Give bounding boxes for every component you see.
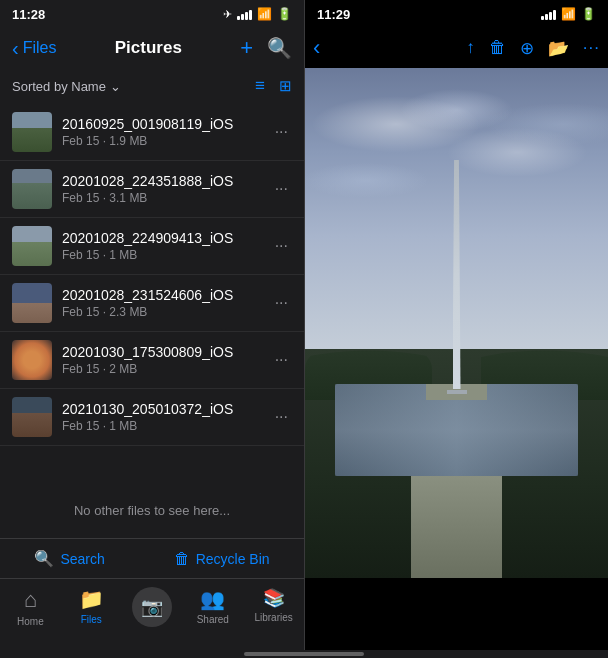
back-button[interactable]: ‹ Files bbox=[12, 37, 56, 60]
files-icon: 📁 bbox=[79, 587, 104, 611]
delete-button[interactable]: 🗑 bbox=[489, 38, 506, 58]
right-wifi-icon: 📶 bbox=[561, 7, 576, 21]
search-action-label: Search bbox=[60, 551, 104, 567]
bottom-actions: 🔍 Search 🗑 Recycle Bin bbox=[0, 538, 304, 578]
file-item[interactable]: 20210130_205010372_iOSFeb 15 · 1 MB··· bbox=[0, 389, 304, 446]
more-button[interactable]: ··· bbox=[583, 38, 600, 58]
file-name: 20201030_175300809_iOS bbox=[62, 344, 271, 360]
tab-camera[interactable]: 📷 bbox=[122, 587, 183, 627]
tab-libraries[interactable]: 📚 Libraries bbox=[243, 587, 304, 623]
camera-icon: 📷 bbox=[132, 587, 172, 627]
recycle-bin-button[interactable]: 🗑 Recycle Bin bbox=[174, 549, 270, 568]
file-name: 20210130_205010372_iOS bbox=[62, 401, 271, 417]
file-item[interactable]: 20201028_224909413_iOSFeb 15 · 1 MB··· bbox=[0, 218, 304, 275]
file-meta: Feb 15 · 1 MB bbox=[62, 419, 271, 433]
search-action-button[interactable]: 🔍 Search bbox=[34, 549, 104, 568]
file-meta: Feb 15 · 3.1 MB bbox=[62, 191, 271, 205]
file-meta: Feb 15 · 2.3 MB bbox=[62, 305, 271, 319]
right-time: 11:29 bbox=[317, 7, 350, 22]
right-battery-icon: 🔋 bbox=[581, 7, 596, 21]
add-button[interactable]: + bbox=[240, 35, 253, 61]
recycle-label: Recycle Bin bbox=[196, 551, 270, 567]
tab-shared-label: Shared bbox=[197, 614, 229, 625]
file-name: 20201028_231524606_iOS bbox=[62, 287, 271, 303]
right-status-icons: 📶 🔋 bbox=[541, 7, 596, 21]
back-label: Files bbox=[23, 39, 57, 57]
file-thumbnail bbox=[12, 397, 52, 437]
file-more-button[interactable]: ··· bbox=[271, 347, 292, 373]
back-right-button[interactable]: ‹ bbox=[313, 35, 320, 61]
file-thumbnail bbox=[12, 112, 52, 152]
shared-icon: 👥 bbox=[200, 587, 225, 611]
list-view-button[interactable]: ≡ bbox=[255, 76, 265, 96]
left-time: 11:28 bbox=[12, 7, 45, 22]
libraries-icon: 📚 bbox=[263, 587, 285, 609]
file-name: 20160925_001908119_iOS bbox=[62, 116, 271, 132]
search-button[interactable]: 🔍 bbox=[267, 36, 292, 60]
home-bar bbox=[244, 652, 364, 656]
search-action-icon: 🔍 bbox=[34, 549, 54, 568]
status-bar-left: 11:28 ✈ 📶 🔋 bbox=[0, 0, 304, 28]
view-toggle: ≡ ⊞ bbox=[255, 76, 292, 96]
nav-actions: + 🔍 bbox=[240, 35, 292, 61]
back-chevron-icon: ‹ bbox=[12, 37, 19, 60]
tab-home-label: Home bbox=[17, 616, 44, 627]
sort-chevron-icon: ⌄ bbox=[110, 79, 121, 94]
file-info: 20201028_231524606_iOSFeb 15 · 2.3 MB bbox=[62, 287, 271, 319]
signal-icon bbox=[237, 8, 252, 20]
home-icon: ⌂ bbox=[24, 587, 37, 613]
organize-button[interactable]: ⊕ bbox=[520, 38, 534, 59]
nav-bar-left: ‹ Files Pictures + 🔍 bbox=[0, 28, 304, 68]
tab-files[interactable]: 📁 Files bbox=[61, 587, 122, 625]
file-name: 20201028_224351888_iOS bbox=[62, 173, 271, 189]
trash-icon: 🗑 bbox=[174, 550, 190, 568]
sort-bar: Sorted by Name ⌄ ≡ ⊞ bbox=[0, 68, 304, 104]
file-item[interactable]: 20201028_231524606_iOSFeb 15 · 2.3 MB··· bbox=[0, 275, 304, 332]
file-item[interactable]: 20201030_175300809_iOSFeb 15 · 2 MB··· bbox=[0, 332, 304, 389]
right-panel: 11:29 📶 🔋 ‹ ↑ 🗑 ⊕ 📂 ··· bbox=[305, 0, 608, 650]
file-name: 20201028_224909413_iOS bbox=[62, 230, 271, 246]
file-item[interactable]: 20201028_224351888_iOSFeb 15 · 3.1 MB··· bbox=[0, 161, 304, 218]
file-thumbnail bbox=[12, 226, 52, 266]
nav-title: Pictures bbox=[56, 38, 240, 58]
status-bar-right: 11:29 📶 🔋 bbox=[305, 0, 608, 28]
file-thumbnail bbox=[12, 169, 52, 209]
photo-display bbox=[305, 68, 608, 578]
file-info: 20160925_001908119_iOSFeb 15 · 1.9 MB bbox=[62, 116, 271, 148]
file-meta: Feb 15 · 2 MB bbox=[62, 362, 271, 376]
tab-home[interactable]: ⌂ Home bbox=[0, 587, 61, 627]
tab-libraries-label: Libraries bbox=[254, 612, 292, 623]
file-info: 20201028_224909413_iOSFeb 15 · 1 MB bbox=[62, 230, 271, 262]
left-panel: 11:28 ✈ 📶 🔋 ‹ Files Pictures + bbox=[0, 0, 305, 650]
photo-view bbox=[305, 68, 608, 578]
tab-files-label: Files bbox=[81, 614, 102, 625]
monument-base bbox=[447, 390, 467, 394]
file-more-button[interactable]: ··· bbox=[271, 404, 292, 430]
file-list: 20160925_001908119_iOSFeb 15 · 1.9 MB···… bbox=[0, 104, 304, 483]
grid-view-button[interactable]: ⊞ bbox=[279, 77, 292, 95]
file-meta: Feb 15 · 1 MB bbox=[62, 248, 271, 262]
right-signal-icon bbox=[541, 8, 556, 20]
file-item[interactable]: 20160925_001908119_iOSFeb 15 · 1.9 MB··· bbox=[0, 104, 304, 161]
tab-bar: ⌂ Home 📁 Files 📷 👥 Shared 📚 Libraries bbox=[0, 578, 304, 650]
file-info: 20201030_175300809_iOSFeb 15 · 2 MB bbox=[62, 344, 271, 376]
home-indicator bbox=[0, 650, 608, 658]
file-info: 20201028_224351888_iOSFeb 15 · 3.1 MB bbox=[62, 173, 271, 205]
nav-bar-right: ‹ ↑ 🗑 ⊕ 📂 ··· bbox=[305, 28, 608, 68]
file-more-button[interactable]: ··· bbox=[271, 290, 292, 316]
file-info: 20210130_205010372_iOSFeb 15 · 1 MB bbox=[62, 401, 271, 433]
file-meta: Feb 15 · 1.9 MB bbox=[62, 134, 271, 148]
file-more-button[interactable]: ··· bbox=[271, 233, 292, 259]
tab-shared[interactable]: 👥 Shared bbox=[182, 587, 243, 625]
battery-icon: 🔋 bbox=[277, 7, 292, 21]
wifi-icon: 📶 bbox=[257, 7, 272, 21]
share-button[interactable]: ↑ bbox=[466, 38, 475, 58]
empty-state-text: No other files to see here... bbox=[74, 503, 230, 518]
sort-label-text: Sorted by Name bbox=[12, 79, 106, 94]
file-more-button[interactable]: ··· bbox=[271, 176, 292, 202]
sort-selector[interactable]: Sorted by Name ⌄ bbox=[12, 79, 121, 94]
folder-button[interactable]: 📂 bbox=[548, 38, 569, 59]
file-more-button[interactable]: ··· bbox=[271, 119, 292, 145]
right-tab-spacer bbox=[305, 578, 608, 650]
file-thumbnail bbox=[12, 340, 52, 380]
